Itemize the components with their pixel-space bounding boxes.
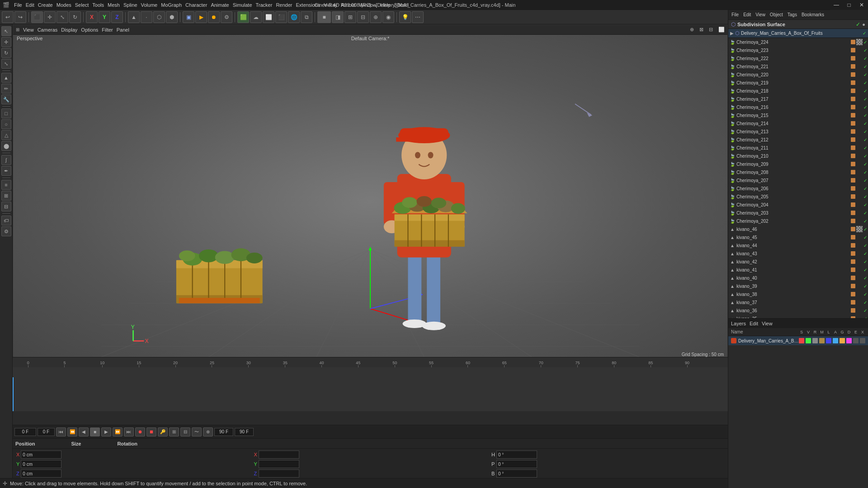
object-list-item[interactable]: ▲kivano_36✓ (728, 306, 868, 314)
tool-sculpt[interactable]: 🔧 (1, 94, 11, 104)
object-list-item[interactable]: 🍃Cherimoya_224✓ (728, 38, 868, 46)
menu-item-extensions[interactable]: Extensions (294, 2, 322, 8)
vp-menu-cameras[interactable]: Cameras (38, 27, 58, 33)
tool-sphere-lp[interactable]: ○ (1, 119, 11, 129)
vp-icon-3[interactable]: ⊟ (709, 27, 713, 33)
lyr-edit[interactable]: Edit (750, 321, 758, 326)
tool-spline[interactable]: ∫ (1, 155, 11, 165)
record-stop[interactable]: ⏹ (146, 427, 156, 436)
tool-polygons[interactable]: ⬢ (166, 11, 178, 23)
menu-item-edit[interactable]: Edit (24, 2, 36, 8)
tool-undo[interactable]: ↩ (2, 11, 14, 23)
object-list-item[interactable]: 🍃Cherimoya_223✓ (728, 46, 868, 54)
object-list-item[interactable]: ▲kivano_43✓ (728, 249, 868, 258)
menu-item-create[interactable]: Create (36, 2, 55, 8)
object-list-item[interactable]: ▲kivano_46✓ (728, 225, 868, 233)
object-list-item[interactable]: 🍃Cherimoya_222✓ (728, 54, 868, 62)
object-list-item[interactable]: 🍃Cherimoya_216✓ (728, 103, 868, 111)
menu-item-tracker[interactable]: Tracker (254, 2, 274, 8)
rp-view[interactable]: View (754, 12, 767, 17)
object-list-item[interactable]: 🍃Cherimoya_214✓ (728, 119, 868, 127)
top-object-row[interactable]: ▶ ⬡ Delivery_Man_Carries_A_Box_Of_Fruits… (728, 29, 868, 38)
tool-layer[interactable]: ≡ (1, 180, 11, 190)
pos-y-input[interactable] (21, 460, 61, 468)
tool-object-mode[interactable]: ▲ (1, 73, 11, 83)
tool-shader-1[interactable]: ■ (317, 11, 331, 23)
vp-menu-filter[interactable]: Filter (102, 27, 113, 33)
tool-shader-5[interactable]: ⊕ (370, 11, 382, 23)
object-list-item[interactable]: 🍃Cherimoya_210✓ (728, 152, 868, 160)
rp-object[interactable]: Object (769, 12, 784, 17)
object-list-item[interactable]: 🍃Cherimoya_204✓ (728, 201, 868, 209)
tool-env[interactable]: 🌐 (288, 11, 300, 23)
menu-item-select[interactable]: Select (73, 2, 91, 8)
vp-menu-view[interactable]: View (23, 27, 34, 33)
tool-scale-lp[interactable]: ⤡ (1, 59, 11, 69)
rp-tags[interactable]: Tags (786, 12, 798, 17)
tool-render-all[interactable]: ⏺ (208, 11, 220, 23)
tool-cone[interactable]: △ (1, 130, 11, 140)
object-list-item[interactable]: 🍃Cherimoya_208✓ (728, 168, 868, 176)
tool-paint[interactable]: ✏ (1, 84, 11, 94)
record-btn[interactable]: ⏺ (135, 427, 145, 436)
pos-z-input[interactable] (21, 469, 61, 478)
menu-item-character[interactable]: Character (184, 2, 209, 8)
object-list-item[interactable]: 🍃Cherimoya_212✓ (728, 136, 868, 144)
play-fwd[interactable]: ▶ (101, 427, 111, 436)
vp-menu-display[interactable]: Display (61, 27, 77, 33)
menu-item-tools[interactable]: Tools (90, 2, 106, 8)
tool-translate[interactable]: ✛ (1, 37, 11, 47)
vp-menu-panel[interactable]: Panel (117, 27, 129, 33)
vp-menu-options[interactable]: Options (81, 27, 98, 33)
pos-x-input[interactable] (21, 450, 61, 459)
object-list-item[interactable]: 🍃Cherimoya_215✓ (728, 111, 868, 119)
timeline-motion2[interactable]: ⊕ (203, 427, 213, 436)
size-x-input[interactable] (259, 450, 299, 459)
tool-render-settings[interactable]: ⚙ (221, 11, 232, 23)
vp-icon-1[interactable]: ⊕ (690, 27, 694, 33)
rp-file[interactable]: File (730, 12, 740, 17)
record-keys[interactable]: 🔑 (158, 427, 168, 436)
vp-icon-2[interactable]: ⊠ (699, 27, 703, 33)
menu-item-mograph[interactable]: MoGraph (159, 2, 184, 8)
object-list-item[interactable]: 🍃Cherimoya_203✓ (728, 209, 868, 217)
object-list-item[interactable]: 🍃Cherimoya_205✓ (728, 192, 868, 201)
play-end[interactable]: ⏭ (124, 427, 134, 436)
tool-box[interactable]: □ (1, 108, 11, 118)
play-back[interactable]: ◀ (79, 427, 89, 436)
tool-shader-6[interactable]: ◉ (382, 11, 394, 23)
current-frame-input[interactable] (14, 428, 36, 436)
tool-x-axis[interactable]: X (86, 11, 98, 23)
timeline-motion[interactable]: 〜 (192, 427, 202, 436)
object-list-item[interactable]: ▲kivano_45✓ (728, 233, 868, 241)
object-list-item[interactable]: 🍃Cherimoya_202✓ (728, 217, 868, 225)
tool-edges[interactable]: ⬡ (153, 11, 165, 23)
lyr-layers[interactable]: Layers (731, 321, 746, 326)
menu-item-window[interactable]: Window (357, 2, 378, 8)
object-list-item[interactable]: ▲kivano_44✓ (728, 241, 868, 249)
tool-sky[interactable]: ☁ (250, 11, 262, 23)
tool-grid2[interactable]: ⊟ (1, 202, 11, 211)
menu-item-simulate[interactable]: Simulate (231, 2, 254, 8)
tool-render-region[interactable]: ▣ (183, 11, 194, 23)
menu-item-file[interactable]: File (12, 2, 24, 8)
menu-item-v-ray[interactable]: V-Ray (322, 2, 339, 8)
rp-bookmarks[interactable]: Bookmarks (800, 12, 826, 17)
expand-icon[interactable]: ▶ (730, 31, 734, 36)
object-list-item[interactable]: 🍃Cherimoya_221✓ (728, 62, 868, 70)
tool-render-active[interactable]: ▶ (195, 11, 207, 23)
tool-background[interactable]: ⬜ (263, 11, 274, 23)
tool-shader-2[interactable]: ◨ (332, 11, 344, 23)
tool-rotate[interactable]: ↻ (69, 11, 81, 23)
tool-grid[interactable]: ⊞ (1, 191, 11, 201)
menu-item-modes[interactable]: Modes (55, 2, 73, 8)
tool-obj-model[interactable]: ▲ (128, 11, 140, 23)
size-z-input[interactable] (259, 469, 299, 478)
tool-z-axis[interactable]: Z (111, 11, 123, 23)
object-list-item[interactable]: 🍃Cherimoya_209✓ (728, 160, 868, 168)
object-list-item[interactable]: 🍃Cherimoya_206✓ (728, 184, 868, 192)
play-begin[interactable]: ⏮ (56, 427, 66, 436)
tool-render-icon[interactable]: ⚙ (1, 226, 11, 236)
tool-tag[interactable]: 🏷 (1, 216, 11, 225)
tool-cursor[interactable]: ↖ (1, 26, 11, 36)
